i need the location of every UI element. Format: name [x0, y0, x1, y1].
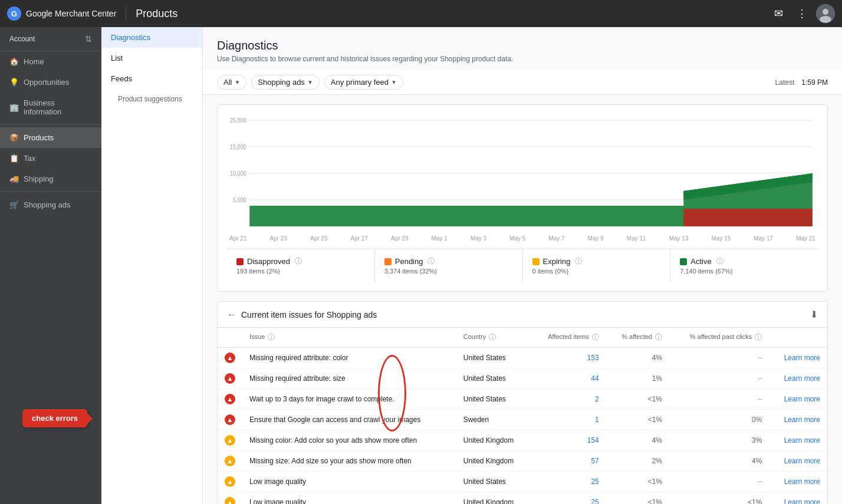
sub-nav-list[interactable]: List — [101, 48, 202, 68]
row-affected[interactable]: 44 — [531, 368, 606, 389]
sub-nav: Diagnostics List Feeds Product suggestio… — [101, 27, 203, 504]
row-learn: Learn more — [769, 430, 827, 451]
learn-more-link[interactable]: Learn more — [784, 395, 820, 403]
chart-container: 25,000 15,000 10,000 5,000 Apr 21 Apr 23… — [217, 104, 828, 292]
filter-all[interactable]: All ▼ — [217, 75, 246, 90]
sub-nav-product-suggestions[interactable]: Product suggestions — [101, 89, 202, 109]
legend-label-expiring: Expiring — [543, 257, 571, 266]
back-arrow-icon[interactable]: ← — [227, 309, 236, 320]
row-affected[interactable]: 25 — [531, 472, 606, 492]
sidebar-item-shipping[interactable]: 🚚 Shipping — [0, 169, 101, 189]
sidebar-item-products[interactable]: 📦 Products — [0, 127, 101, 148]
filter-primary-feed[interactable]: Any primary feed ▼ — [324, 75, 403, 90]
sidebar-label-shipping: Shipping — [24, 174, 54, 183]
legend-info-active: 7,140 items (67%) — [680, 268, 808, 275]
sidebar-label-products: Products — [24, 133, 54, 142]
table-row: ▲ Low image quality United Kingdom 25 <1… — [218, 492, 827, 505]
opportunities-icon: 💡 — [9, 78, 19, 87]
user-avatar[interactable] — [816, 4, 835, 23]
latest-label: Latest — [775, 78, 795, 87]
row-affected[interactable]: 25 — [531, 492, 606, 505]
row-affected[interactable]: 153 — [531, 348, 606, 368]
legend-info-icon-disapproved[interactable]: ⓘ — [295, 256, 302, 266]
latest-time: 1:59 PM — [801, 78, 828, 87]
row-affected[interactable]: 57 — [531, 451, 606, 472]
legend-info-expiring: 0 items (0%) — [532, 268, 661, 275]
issue-type-icon: ▲ — [225, 497, 235, 504]
account-selector[interactable]: Account ⇅ — [0, 27, 101, 51]
row-affected[interactable]: 2 — [531, 389, 606, 410]
row-icon-cell: ▲ — [218, 472, 242, 492]
download-icon[interactable]: ⬇ — [810, 309, 818, 320]
legend-active[interactable]: Active ⓘ 7,140 items (67%) — [670, 249, 818, 282]
sidebar-item-shopping-ads[interactable]: 🛒 Shopping ads — [0, 195, 101, 215]
diagnostics-title: Diagnostics — [217, 39, 828, 52]
sub-nav-feeds[interactable]: Feeds — [101, 68, 202, 89]
issues-header-title: Current item issues for Shopping ads — [241, 310, 377, 319]
row-pct: 2% — [606, 451, 669, 472]
sidebar: Account ⇅ 🏠 Home 💡 Opportunities 🏢 Busin… — [0, 27, 101, 504]
table-row: ▲ Ensure that Google can access and craw… — [218, 410, 827, 430]
th-issue-info-icon[interactable]: ⓘ — [268, 333, 275, 341]
sidebar-item-opportunities[interactable]: 💡 Opportunities — [0, 72, 101, 93]
row-pct: <1% — [606, 492, 669, 505]
row-affected[interactable]: 1 — [531, 410, 606, 430]
mail-icon[interactable]: ✉ — [769, 4, 788, 23]
sidebar-item-business-info[interactable]: 🏢 Business information — [0, 93, 101, 122]
sidebar-item-tax[interactable]: 📋 Tax — [0, 148, 101, 169]
legend-info-icon-expiring[interactable]: ⓘ — [575, 256, 582, 266]
row-issue: Low image quality — [242, 472, 456, 492]
row-country: United States — [456, 348, 531, 368]
row-issue: Ensure that Google can access and crawl … — [242, 410, 456, 430]
legend-pending[interactable]: Pending ⓘ 3,374 items (32%) — [375, 249, 523, 282]
page-title: Products — [136, 8, 177, 20]
row-icon-cell: ▲ — [218, 389, 242, 410]
row-country: Sweden — [456, 410, 531, 430]
main-layout: Account ⇅ 🏠 Home 💡 Opportunities 🏢 Busin… — [0, 27, 842, 504]
learn-more-link[interactable]: Learn more — [784, 498, 820, 504]
legend-disapproved[interactable]: Disapproved ⓘ 193 items (2%) — [227, 249, 375, 282]
x-label-apr27: Apr 27 — [351, 235, 368, 242]
x-label-may11: May 11 — [627, 235, 646, 242]
row-pct: 1% — [606, 368, 669, 389]
learn-more-link[interactable]: Learn more — [784, 457, 820, 465]
avatar-image — [816, 4, 835, 23]
legend-info-icon-active[interactable]: ⓘ — [716, 256, 723, 266]
th-country-info-icon[interactable]: ⓘ — [489, 333, 496, 341]
th-pct: % affected ⓘ — [606, 328, 669, 348]
row-learn: Learn more — [769, 492, 827, 505]
row-learn: Learn more — [769, 451, 827, 472]
svg-point-4 — [820, 16, 831, 23]
chart-wrap: 25,000 15,000 10,000 5,000 Apr 21 Apr 23… — [227, 114, 818, 244]
legend-label-disapproved: Disapproved — [247, 257, 290, 266]
issue-type-icon: ▲ — [225, 414, 235, 425]
sidebar-item-home[interactable]: 🏠 Home — [0, 51, 101, 72]
issues-section: ← Current item issues for Shopping ads ⬇… — [217, 301, 828, 504]
row-country: United States — [456, 368, 531, 389]
row-affected[interactable]: 154 — [531, 430, 606, 451]
x-label-may3: May 3 — [471, 235, 486, 242]
legend-expiring[interactable]: Expiring ⓘ 0 items (0%) — [523, 249, 671, 282]
th-pct-clicks-info-icon[interactable]: ⓘ — [755, 333, 762, 341]
filter-shopping-ads[interactable]: Shopping ads ▼ — [251, 75, 319, 90]
legend-info-icon-pending[interactable]: ⓘ — [427, 256, 435, 266]
table-row: ▲ Wait up to 3 days for image crawl to c… — [218, 389, 827, 410]
learn-more-link[interactable]: Learn more — [784, 374, 820, 383]
learn-more-link[interactable]: Learn more — [784, 436, 820, 444]
th-pct-info-icon[interactable]: ⓘ — [655, 333, 662, 341]
sidebar-label-shopping-ads: Shopping ads — [24, 200, 71, 209]
learn-more-link[interactable]: Learn more — [784, 477, 820, 486]
row-country: United Kingdom — [456, 430, 531, 451]
sidebar-label-opportunities: Opportunities — [24, 78, 69, 87]
x-label-apr29: Apr 29 — [391, 235, 408, 242]
row-pct-clicks: – — [669, 389, 769, 410]
issues-header: ← Current item issues for Shopping ads ⬇ — [218, 302, 827, 328]
sub-nav-diagnostics[interactable]: Diagnostics — [101, 27, 202, 48]
row-country: United Kingdom — [456, 451, 531, 472]
learn-more-link[interactable]: Learn more — [784, 354, 820, 362]
learn-more-link[interactable]: Learn more — [784, 416, 820, 424]
th-learn — [769, 328, 827, 348]
more-options-icon[interactable]: ⋮ — [792, 4, 811, 23]
th-affected-info-icon[interactable]: ⓘ — [592, 333, 599, 341]
filter-shopping-ads-arrow: ▼ — [307, 79, 313, 85]
